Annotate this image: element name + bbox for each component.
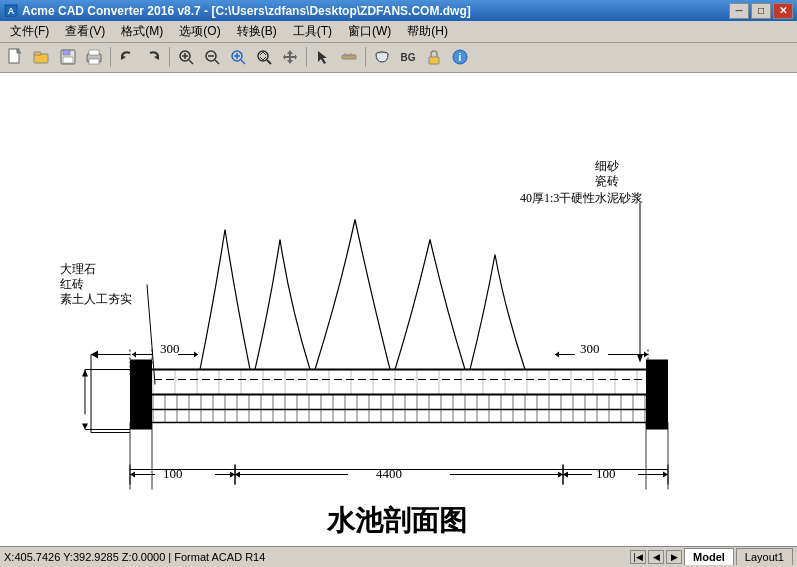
status-bar: X:405.7426 Y:392.9285 Z:0.0000 | Format … — [0, 546, 797, 567]
maximize-button[interactable]: □ — [751, 3, 771, 19]
separator-1 — [110, 47, 111, 67]
app-icon: A — [4, 4, 18, 18]
minimize-button[interactable]: ─ — [729, 3, 749, 19]
nav-first[interactable]: |◀ — [630, 550, 646, 564]
annotation-brick: 红砖 — [60, 276, 84, 290]
nav-prev[interactable]: ◀ — [648, 550, 664, 564]
menu-view[interactable]: 查看(V) — [57, 21, 113, 42]
separator-3 — [306, 47, 307, 67]
menu-convert[interactable]: 转换(B) — [229, 21, 285, 42]
svg-rect-10 — [89, 50, 99, 55]
annotation-marble: 大理石 — [60, 261, 96, 275]
menu-help[interactable]: 帮助(H) — [399, 21, 456, 42]
toolbar-pan[interactable] — [278, 45, 302, 69]
annotation-soil: 素土人工夯实 — [60, 291, 132, 305]
svg-rect-28 — [342, 55, 356, 59]
toolbar-zoom-in[interactable] — [174, 45, 198, 69]
toolbar-bg[interactable]: BG — [396, 45, 420, 69]
menu-format[interactable]: 格式(M) — [113, 21, 171, 42]
toolbar-zoom-extent[interactable] — [252, 45, 276, 69]
menu-window[interactable]: 窗口(W) — [340, 21, 399, 42]
separator-2 — [169, 47, 170, 67]
separator-4 — [365, 47, 366, 67]
dim-100-right: 100 — [596, 465, 616, 480]
svg-line-20 — [215, 60, 219, 64]
toolbar-select[interactable] — [311, 45, 335, 69]
svg-rect-11 — [89, 59, 99, 64]
svg-marker-12 — [121, 55, 126, 60]
svg-rect-46 — [130, 359, 152, 429]
menu-options[interactable]: 选项(O) — [171, 21, 228, 42]
svg-rect-47 — [646, 359, 668, 429]
toolbar-zoom-out[interactable] — [200, 45, 224, 69]
title-left: A Acme CAD Converter 2016 v8.7 - [C:\Use… — [4, 4, 471, 18]
toolbar-redo[interactable] — [141, 45, 165, 69]
svg-line-17 — [189, 60, 193, 64]
title-buttons: ─ □ ✕ — [729, 3, 793, 19]
title-bar: A Acme CAD Converter 2016 v8.7 - [C:\Use… — [0, 0, 797, 21]
svg-rect-5 — [34, 52, 41, 55]
dim-100-left: 100 — [163, 465, 183, 480]
toolbar-measure[interactable] — [337, 45, 361, 69]
svg-marker-27 — [283, 50, 297, 64]
svg-text:i: i — [459, 52, 462, 63]
toolbar-undo[interactable] — [115, 45, 139, 69]
svg-line-26 — [267, 60, 271, 64]
drawing-title: 水池剖面图 — [326, 503, 467, 535]
toolbar-zoom-fit[interactable] — [226, 45, 250, 69]
toolbar-print[interactable] — [82, 45, 106, 69]
coordinates-display: X:405.7426 Y:392.9285 Z:0.0000 | Format … — [4, 551, 265, 563]
dim-300-right: 300 — [580, 340, 600, 355]
menu-tools[interactable]: 工具(T) — [285, 21, 340, 42]
close-button[interactable]: ✕ — [773, 3, 793, 19]
main-window: A Acme CAD Converter 2016 v8.7 - [C:\Use… — [0, 0, 797, 567]
toolbar-layer[interactable] — [370, 45, 394, 69]
svg-line-24 — [241, 60, 245, 64]
content-area: 细砂 瓷砖 40厚1:3干硬性水泥砂浆 大理石 红砖 素土人工夯实 — [0, 73, 797, 546]
svg-text:A: A — [8, 6, 15, 16]
svg-rect-7 — [63, 50, 70, 55]
menu-bar: 文件(F) 查看(V) 格式(M) 选项(O) 转换(B) 工具(T) 窗口(W… — [0, 21, 797, 43]
tab-area: |◀ ◀ ▶ Model Layout1 — [630, 548, 793, 565]
toolbar: BG i — [0, 43, 797, 72]
dim-4400: 4400 — [376, 465, 402, 480]
toolbar-lock[interactable] — [422, 45, 446, 69]
svg-rect-34 — [429, 57, 439, 64]
cad-canvas[interactable]: 细砂 瓷砖 40厚1:3干硬性水泥砂浆 大理石 红砖 素土人工夯实 — [0, 73, 797, 546]
toolbar-open[interactable] — [30, 45, 54, 69]
cad-drawing: 细砂 瓷砖 40厚1:3干硬性水泥砂浆 大理石 红砖 素土人工夯实 — [0, 73, 797, 546]
tab-model[interactable]: Model — [684, 548, 734, 565]
toolbar-new[interactable] — [4, 45, 28, 69]
toolbar-info[interactable]: i — [448, 45, 472, 69]
annotation-tile: 瓷砖 — [595, 173, 619, 187]
annotation-cement: 40厚1:3干硬性水泥砂浆 — [520, 190, 643, 204]
menu-file[interactable]: 文件(F) — [2, 21, 57, 42]
dim-300-left: 300 — [160, 340, 180, 355]
annotation-fine-sand: 细砂 — [595, 158, 619, 172]
title-text: Acme CAD Converter 2016 v8.7 - [C:\Users… — [22, 4, 471, 18]
nav-next[interactable]: ▶ — [666, 550, 682, 564]
svg-rect-8 — [63, 57, 73, 63]
tab-layout1[interactable]: Layout1 — [736, 548, 793, 565]
toolbar-save[interactable] — [56, 45, 80, 69]
svg-marker-13 — [154, 55, 159, 60]
